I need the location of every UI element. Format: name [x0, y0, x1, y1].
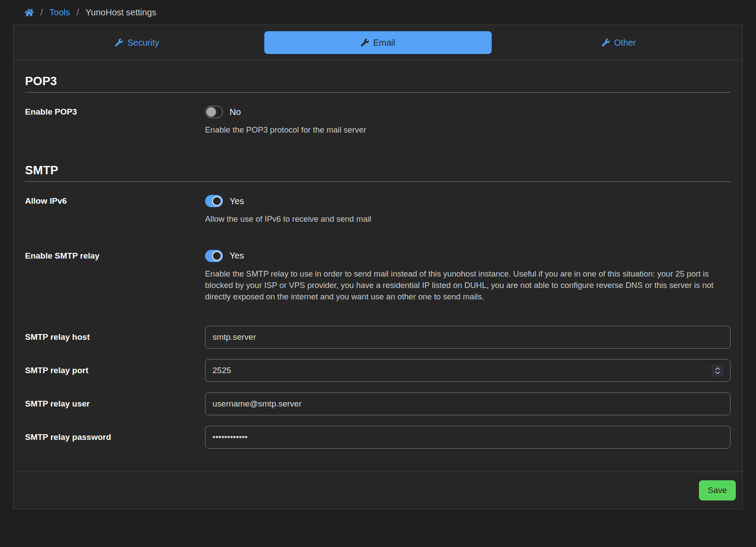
toggle-value-label: Yes: [230, 196, 244, 206]
home-icon: [25, 8, 34, 17]
smtp-relay-password-input[interactable]: [205, 426, 731, 449]
field-label: SMTP relay password: [25, 426, 205, 449]
toggle-value-label: Yes: [230, 251, 244, 261]
field-control: No Enable the POP3 protocol for the mail…: [205, 106, 731, 136]
settings-card: Security Email Other POP3 Enable POP3: [13, 25, 743, 509]
section-pop3: POP3 Enable POP3 No Enable the POP3 prot…: [25, 75, 731, 136]
smtp-relay-user-input[interactable]: [205, 392, 731, 415]
save-button[interactable]: Save: [699, 480, 736, 500]
tab-security[interactable]: Security: [23, 31, 251, 54]
field-help-text: Allow the use of IPv6 to receive and sen…: [205, 213, 731, 225]
enable-pop3-toggle[interactable]: [205, 106, 223, 118]
breadcrumb-separator: /: [40, 7, 43, 18]
field-control: [205, 326, 731, 349]
tab-label: Other: [614, 38, 636, 48]
tab-email[interactable]: Email: [264, 31, 492, 54]
field-control: Yes Enable the SMTP relay to use in orde…: [205, 250, 731, 303]
wrench-icon: [361, 39, 369, 47]
enable-smtp-relay-toggle[interactable]: [205, 250, 223, 262]
toggle-value-label: No: [230, 107, 241, 117]
page: / Tools / YunoHost settings Security Ema…: [0, 0, 756, 509]
field-enable-pop3: Enable POP3 No Enable the POP3 protocol …: [25, 106, 731, 136]
field-help-text: Enable the SMTP relay to use in order to…: [205, 268, 731, 303]
tab-bar: Security Email Other: [14, 25, 742, 61]
field-label: Allow IPv6: [25, 195, 205, 207]
field-smtp-relay-user: SMTP relay user: [25, 392, 731, 415]
toggle-knob: [212, 196, 222, 206]
section-smtp: SMTP Allow IPv6 Yes Allow the use of IPv…: [25, 164, 731, 449]
field-help-text: Enable the POP3 protocol for the mail se…: [205, 124, 731, 136]
field-label: Enable SMTP relay: [25, 250, 205, 262]
breadcrumb-home-link[interactable]: [25, 8, 34, 17]
breadcrumb: / Tools / YunoHost settings: [13, 0, 743, 25]
field-smtp-relay-password: SMTP relay password: [25, 426, 731, 449]
tab-label: Security: [127, 38, 159, 48]
allow-ipv6-toggle[interactable]: [205, 195, 223, 207]
field-enable-smtp-relay: Enable SMTP relay Yes Enable the SMTP re…: [25, 250, 731, 303]
smtp-relay-port-field: [205, 359, 731, 382]
breadcrumb-separator: /: [76, 7, 79, 18]
field-label: SMTP relay user: [25, 392, 205, 415]
card-footer: Save: [14, 471, 742, 509]
field-smtp-relay-port: SMTP relay port: [25, 359, 731, 382]
tab-other[interactable]: Other: [505, 31, 733, 54]
field-control: Yes Allow the use of IPv6 to receive and…: [205, 195, 731, 225]
section-title: POP3: [25, 75, 731, 93]
breadcrumb-current-page: YunoHost settings: [86, 7, 156, 18]
tab-label: Email: [373, 38, 395, 48]
smtp-relay-host-input[interactable]: [205, 326, 731, 349]
wrench-icon: [602, 39, 610, 47]
breadcrumb-link-tools[interactable]: Tools: [50, 7, 70, 18]
field-control: [205, 426, 731, 449]
field-control: [205, 359, 731, 382]
field-label: SMTP relay port: [25, 359, 205, 382]
number-stepper[interactable]: [712, 365, 724, 377]
chevron-up-down-icon: [714, 367, 721, 375]
settings-panel: POP3 Enable POP3 No Enable the POP3 prot…: [14, 75, 742, 471]
smtp-relay-port-input[interactable]: [205, 360, 712, 381]
wrench-icon: [115, 39, 123, 47]
toggle-knob: [212, 251, 222, 261]
field-label: Enable POP3: [25, 106, 205, 118]
field-control: [205, 392, 731, 415]
field-allow-ipv6: Allow IPv6 Yes Allow the use of IPv6 to …: [25, 195, 731, 225]
section-title: SMTP: [25, 164, 731, 182]
field-smtp-relay-host: SMTP relay host: [25, 326, 731, 349]
toggle-knob: [206, 107, 216, 117]
field-label: SMTP relay host: [25, 326, 205, 349]
